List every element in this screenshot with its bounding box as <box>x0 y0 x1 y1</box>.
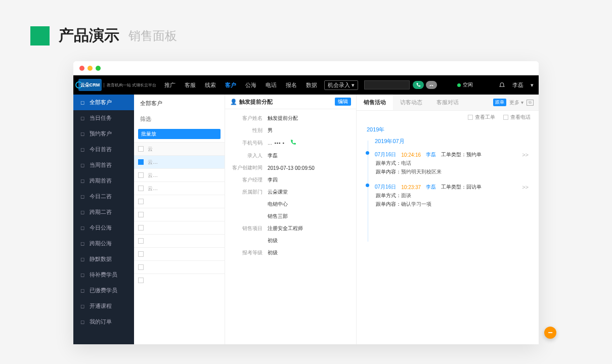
detail-field-label: 手机号码 <box>232 140 268 147</box>
entry-expand-icon[interactable]: >> <box>522 184 529 190</box>
table-row[interactable] <box>134 195 225 208</box>
detail-field-value: … ▪▪▪ ▪ <box>268 139 349 147</box>
table-row[interactable] <box>134 208 225 221</box>
maximize-dot[interactable] <box>96 66 101 71</box>
table-row[interactable] <box>134 260 225 274</box>
sidebar-item-1[interactable]: ◻当日任务 <box>73 110 134 126</box>
sidebar-item-0[interactable]: ◻全部客户 <box>73 95 134 110</box>
row-checkbox[interactable] <box>138 172 144 178</box>
row-checkbox[interactable] <box>138 251 144 257</box>
table-row[interactable]: 云… <box>134 181 225 195</box>
detail-field-value: 销售三部 <box>268 213 349 220</box>
masked-phone: … ▪▪▪ ▪ <box>268 141 285 146</box>
sidebar-item-6[interactable]: ◻今日二咨 <box>73 189 134 204</box>
follow-tag[interactable]: 跟单 <box>493 99 506 106</box>
user-dropdown-icon[interactable]: ▾ <box>531 82 534 88</box>
fab-minus-button[interactable]: − <box>544 327 556 339</box>
sidebar-item-7[interactable]: ◻跨期二咨 <box>73 204 134 220</box>
sidebar-item-14[interactable]: ◻我的订单 <box>73 314 134 330</box>
close-dot[interactable] <box>79 66 84 71</box>
row-checkbox[interactable] <box>138 186 144 191</box>
row-checkbox[interactable] <box>138 238 144 244</box>
detail-field-label: 录入人 <box>232 152 268 159</box>
nav-item-3[interactable]: 客户 <box>222 81 239 89</box>
user-name[interactable]: 李磊 <box>512 81 523 89</box>
sidebar-item-label: 当日任务 <box>90 114 112 122</box>
filter-ticket[interactable]: 查看工单 <box>468 114 495 121</box>
batch-release-button[interactable]: 批量放 <box>138 129 221 139</box>
nav-items: 推广客服线索客户公海电话报名数据 <box>161 81 320 89</box>
sidebar-item-10[interactable]: ◻静默数据 <box>73 251 134 267</box>
entry-type: 工单类型：回访单 <box>441 184 482 191</box>
bell-icon[interactable] <box>499 81 505 89</box>
activity-filters: 查看工单 查看电话 <box>357 111 539 124</box>
row-checkbox[interactable] <box>138 159 144 165</box>
entry-expand-icon[interactable]: >> <box>522 152 529 158</box>
detail-body: 客户姓名触发提前分配性别男手机号码… ▪▪▪ ▪录入人李磊客户创建时间2019-… <box>225 109 356 262</box>
phone-icon[interactable] <box>290 139 296 147</box>
detail-row: 初级 <box>225 235 356 247</box>
table-row[interactable]: 云… <box>134 168 225 181</box>
entry-user[interactable]: 李磊 <box>426 184 436 191</box>
detail-title: 触发提前分配 <box>239 98 273 106</box>
more-link[interactable]: 更多 ▾ <box>509 99 523 106</box>
opportunity-button[interactable]: 机会录入 ▾ <box>324 80 358 90</box>
expand-icon[interactable]: ⧉ <box>527 100 534 106</box>
row-checkbox[interactable] <box>138 199 144 204</box>
table-row[interactable]: 云… <box>134 155 225 168</box>
sidebar-item-5[interactable]: ◻跨期首咨 <box>73 173 134 189</box>
call-hangup-button[interactable] <box>426 81 437 89</box>
sidebar-item-label: 待补费学员 <box>90 271 117 279</box>
detail-row: 手机号码… ▪▪▪ ▪ <box>225 136 356 150</box>
consult-icon: ◻ <box>79 147 85 153</box>
nav-item-6[interactable]: 报名 <box>283 81 300 89</box>
nav-item-7[interactable]: 数据 <box>303 81 320 89</box>
row-checkbox[interactable] <box>138 264 144 270</box>
nav-item-1[interactable]: 客服 <box>182 81 199 89</box>
select-all-checkbox[interactable] <box>138 146 144 152</box>
nav-item-0[interactable]: 推广 <box>161 81 179 89</box>
row-checkbox[interactable] <box>138 225 144 231</box>
entry-type: 工单类型：预约单 <box>441 151 482 158</box>
detail-field-value: 电销中心 <box>268 201 349 208</box>
minimize-dot[interactable] <box>88 66 93 71</box>
nav-item-5[interactable]: 电话 <box>263 81 280 89</box>
table-row[interactable] <box>134 221 225 234</box>
search-input[interactable] <box>364 80 410 89</box>
table-row[interactable] <box>134 234 225 247</box>
sea-icon: ◻ <box>79 241 85 247</box>
consult-icon: ◻ <box>79 209 85 215</box>
activity-tab-2[interactable]: 客服对话 <box>429 95 466 110</box>
sidebar-item-13[interactable]: ◻开通课程 <box>73 298 134 314</box>
detail-field-label: 性别 <box>232 127 268 134</box>
sidebar-item-11[interactable]: ◻待补费学员 <box>73 267 134 283</box>
table-row[interactable] <box>134 247 225 260</box>
row-checkbox[interactable] <box>138 212 144 217</box>
sidebar-item-12[interactable]: ◻已缴费学员 <box>73 283 134 298</box>
entry-time: 10:23:37 <box>401 185 421 190</box>
row-checkbox[interactable] <box>138 278 144 283</box>
table-row[interactable] <box>134 274 225 287</box>
brand-logo[interactable]: 云朵CRM <box>78 79 102 91</box>
call-answer-button[interactable] <box>413 81 424 89</box>
edit-button[interactable]: 编辑 <box>335 98 351 106</box>
activity-tab-0[interactable]: 销售活动 <box>357 95 393 110</box>
nav-item-2[interactable]: 线索 <box>202 81 219 89</box>
entry-user[interactable]: 李磊 <box>426 151 436 158</box>
timeline: 2019年 2019年07月 07月16日10:24:16李磊工单类型：预约单>… <box>357 124 539 344</box>
sidebar-item-2[interactable]: ◻预约客户 <box>73 126 134 142</box>
filter-label[interactable]: 筛选 <box>134 112 225 126</box>
nav-item-4[interactable]: 公海 <box>242 81 259 89</box>
sidebar-item-4[interactable]: ◻当周首咨 <box>73 157 134 173</box>
sidebar-item-9[interactable]: ◻跨期公海 <box>73 236 134 251</box>
filter-call[interactable]: 查看电话 <box>503 114 531 121</box>
entry-line: 跟单内容：预约明天到校区来 <box>375 167 529 175</box>
sidebar-item-8[interactable]: ◻今日公海 <box>73 220 134 236</box>
customer-list-title: 全部客户 <box>134 95 225 112</box>
sidebar: ◻全部客户◻当日任务◻预约客户◻今日首咨◻当周首咨◻跨期首咨◻今日二咨◻跨期二咨… <box>73 95 134 344</box>
sidebar-item-3[interactable]: ◻今日首咨 <box>73 142 134 157</box>
detail-field-value: 触发提前分配 <box>268 115 349 122</box>
top-nav: 云朵CRM 教育机构一站 式增长云平台 推广客服线索客户公海电话报名数据 机会录… <box>73 75 539 95</box>
money-icon: ◻ <box>79 288 85 294</box>
activity-tab-1[interactable]: 访客动态 <box>393 95 429 110</box>
